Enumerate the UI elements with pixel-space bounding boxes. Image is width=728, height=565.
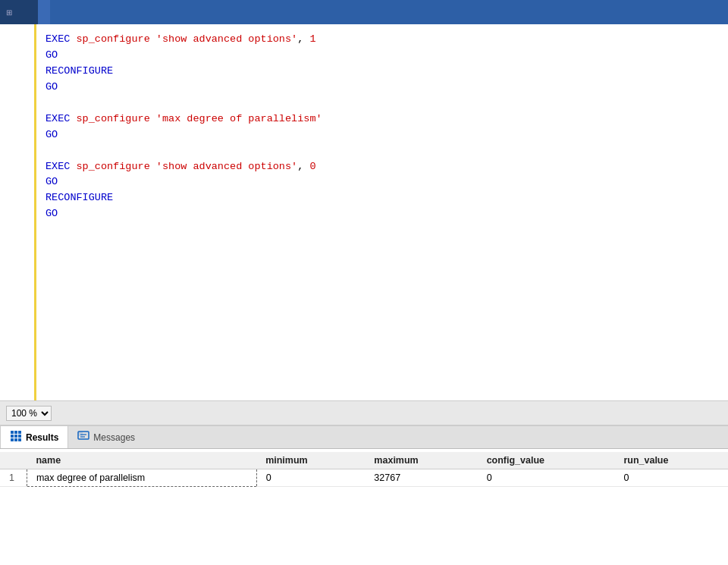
svg-rect-8	[18, 438, 21, 441]
table-header: name minimum maximum config_value run_va…	[0, 452, 728, 469]
svg-rect-4	[14, 435, 17, 438]
code-line: GO	[46, 174, 719, 190]
svg-rect-2	[18, 431, 21, 434]
code-editor[interactable]: EXEC sp_configure 'show advanced options…	[36, 24, 728, 400]
table-cell-config_value: 0	[478, 469, 615, 487]
code-line: GO	[46, 206, 719, 222]
tab1-pin-icon: ⊞	[6, 8, 12, 17]
results-tbody: 1max degree of parallelism03276700	[0, 469, 728, 487]
code-line: EXEC sp_configure 'show advanced options…	[46, 32, 719, 48]
title-bar: ⊞	[0, 0, 728, 24]
results-tab-label: Results	[26, 432, 58, 443]
code-line	[46, 96, 719, 111]
zoom-select[interactable]: 100 % 75 % 125 %	[6, 406, 52, 421]
tab1-close-icon[interactable]	[21, 7, 32, 17]
tab-messages[interactable]: Messages	[68, 426, 144, 448]
table-cell-minimum: 0	[256, 469, 365, 487]
svg-rect-5	[18, 435, 21, 438]
code-line: GO	[46, 48, 719, 64]
code-line: EXEC sp_configure 'show advanced options…	[46, 159, 719, 175]
editor-area: EXEC sp_configure 'show advanced options…	[0, 24, 728, 400]
col-minimum: minimum	[256, 452, 365, 469]
code-line: GO	[46, 127, 719, 143]
svg-rect-12	[78, 432, 83, 436]
row-number-cell: 1	[0, 469, 27, 487]
col-rownum	[0, 452, 27, 469]
tab-sqlquery13[interactable]: ⊞	[0, 0, 38, 24]
tab-results[interactable]: Results	[0, 426, 68, 448]
messages-icon	[77, 430, 89, 444]
status-bar: 100 % 75 % 125 %	[0, 400, 728, 425]
line-numbers	[0, 24, 36, 400]
svg-rect-6	[11, 438, 14, 441]
col-config-value: config_value	[478, 452, 615, 469]
svg-rect-1	[14, 431, 17, 434]
code-line	[46, 143, 719, 159]
code-line: RECONFIGURE	[46, 190, 719, 206]
table-row: 1max degree of parallelism03276700	[0, 469, 728, 487]
code-line	[46, 222, 719, 238]
results-table-container: name minimum maximum config_value run_va…	[0, 449, 728, 565]
table-cell-maximum: 32767	[365, 469, 477, 487]
results-panel: Results Messages name minimum maxim	[0, 425, 728, 565]
messages-tab-label: Messages	[93, 432, 135, 443]
code-line: GO	[46, 80, 719, 96]
table-cell-run_value: 0	[614, 469, 728, 487]
svg-rect-3	[11, 435, 14, 438]
svg-rect-7	[14, 438, 17, 441]
results-tabs: Results Messages	[0, 426, 728, 449]
col-maximum: maximum	[365, 452, 477, 469]
svg-rect-0	[11, 431, 14, 434]
table-cell-name: max degree of parallelism	[27, 469, 256, 487]
col-name: name	[27, 452, 256, 469]
results-grid-icon	[10, 430, 22, 444]
col-run-value: run_value	[614, 452, 728, 469]
code-line: RECONFIGURE	[46, 64, 719, 80]
results-table: name minimum maximum config_value run_va…	[0, 452, 728, 487]
code-line: EXEC sp_configure 'max degree of paralle…	[46, 111, 719, 127]
tab-sqlquery12[interactable]	[38, 0, 50, 24]
scroll-left-icon[interactable]	[55, 407, 67, 419]
